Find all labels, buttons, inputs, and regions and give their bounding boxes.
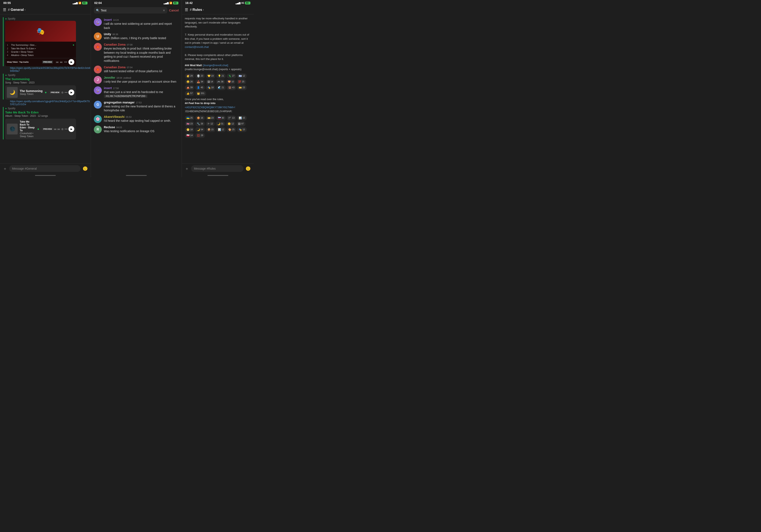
reaction-18[interactable]: 🎫23 — [237, 85, 247, 90]
prev-btn-1[interactable]: ⏮ — [56, 60, 59, 64]
link-1[interactable]: https://open.spotify.com/track/0S38Oso3l… — [10, 67, 91, 73]
reaction-r2-4[interactable]: 🇷🇺30 — [216, 116, 226, 121]
reaction-r2-18[interactable]: 🎭15 — [237, 127, 247, 132]
play-btn-1[interactable]: ▶ — [69, 59, 74, 65]
reaction-r2-5[interactable]: 🏴13 — [227, 116, 236, 121]
emoji-btn-right[interactable]: 🙂 — [246, 166, 251, 171]
rules-content[interactable]: requests may be more effectively handled… — [182, 14, 254, 163]
emoji-btn-left[interactable]: 🙂 — [83, 166, 88, 171]
reaction-r2-17[interactable]: 🎨25 — [227, 127, 236, 132]
preview-badge-3[interactable]: PREVIEW — [42, 128, 53, 131]
spotify-icon-1: ● — [5, 17, 7, 20]
add-btn-3[interactable]: ⊕ — [61, 127, 64, 131]
reaction-16[interactable]: 🌊21 — [216, 85, 226, 90]
message-input-bar-right: ＋ Message #Rules 🙂 — [182, 163, 254, 174]
reaction-r2-11[interactable]: 😊12 — [226, 121, 236, 126]
prev-btn-3[interactable]: ⏮ — [54, 127, 57, 131]
home-indicator-center — [91, 174, 182, 177]
panel-right: 16:42 ▂▄▆ 4G 80+ ☰ # Rules › requests ma… — [182, 0, 254, 177]
avatar-unity: U — [94, 32, 102, 40]
summoning-card[interactable]: 🌙 The Summoning Sleep Token ● PREVIEW ⊕ … — [5, 85, 76, 99]
add-icon-right[interactable]: ＋ — [185, 166, 189, 171]
reaction-r2-15[interactable]: 📦15 — [206, 127, 215, 132]
text-czoma-1: theyre technically in prod but i think s… — [104, 47, 179, 63]
channel-header-right: ☰ # Rules › — [182, 5, 254, 14]
channel-name-left[interactable]: # General › — [8, 8, 26, 12]
preview-badge-1[interactable]: PREVIEW — [42, 61, 53, 64]
reaction-r2-8[interactable]: 🔧26 — [195, 121, 205, 126]
reaction-r2-2[interactable]: 🍪16 — [195, 116, 205, 121]
reaction-15[interactable]: 🎭18 — [206, 85, 215, 90]
reaction-r2-7[interactable]: 🇬🇧23 — [185, 121, 194, 126]
reaction-r2-20[interactable]: 💢28 — [195, 133, 205, 138]
reaction-r2-10[interactable]: 🌙31 — [215, 121, 225, 126]
messages-area-center[interactable]: 🔮 insert 14:24 i will do some test solde… — [91, 15, 182, 174]
reaction-20[interactable]: 👑201 — [195, 91, 206, 96]
text-akane: I'd heard the native app testing had cap… — [104, 119, 179, 123]
reaction-19[interactable]: 👍57 — [185, 91, 194, 96]
text-jennifer: i only test the user popout on insert's … — [104, 80, 179, 84]
sleep-token-footer-title: Sleep Token · Top tracks — [7, 61, 29, 63]
more-btn-2[interactable]: ••• — [65, 91, 68, 94]
eden-card[interactable]: 🌑 Take Me Back To Eden · Sleep To Chokeh… — [5, 119, 76, 140]
more-btn-3[interactable]: ••• — [65, 127, 68, 131]
hamburger-icon-left[interactable]: ☰ — [3, 8, 6, 12]
spotify-label-1: ● Spotify — [5, 17, 88, 20]
reaction-14[interactable]: 👤45 — [195, 85, 205, 90]
reaction-r2-13[interactable]: 😁18 — [185, 127, 194, 132]
link-2[interactable]: https://open.spotify.com/album/1gjugH97d… — [10, 100, 91, 106]
reaction-8[interactable]: 📥34 — [195, 79, 205, 84]
chevron-icon-left: › — [25, 8, 26, 11]
reaction-4[interactable]: 💡21 — [216, 74, 226, 79]
next-btn-1[interactable]: ⏭ — [60, 60, 63, 64]
channel-label-left: General — [11, 8, 24, 12]
search-input-wrap[interactable]: 🔍 ✕ — [94, 7, 167, 14]
reaction-9[interactable]: 🖼14 — [206, 79, 215, 84]
reaction-r2-14[interactable]: 🌙54 — [195, 127, 205, 132]
reaction-r2-16[interactable]: 📊12 — [216, 127, 226, 132]
msg-content-jennifer: Jennifer 18:04 (edited) i only test the … — [104, 76, 179, 84]
signal-icon-right: ▂▄▆ — [236, 2, 241, 4]
reaction-11[interactable]: 🌄10 — [226, 79, 236, 84]
reaction-r2-12[interactable]: 🖼97 — [236, 121, 245, 126]
search-input[interactable] — [101, 9, 161, 12]
reaction-1[interactable]: 🥳29 — [185, 74, 194, 79]
rules-text-2: Once you've read over the rules, ## Feel… — [185, 97, 251, 113]
preview-badge-2[interactable]: PREVIEW — [50, 91, 61, 94]
reaction-2[interactable]: 💀23 — [195, 74, 205, 79]
spotify-text-1: Spotify — [8, 17, 15, 20]
reaction-r2-19[interactable]: 🇵🇱14 — [185, 133, 194, 138]
channel-name-right[interactable]: # Rules › — [190, 8, 204, 12]
reaction-r2-1[interactable]: 🇺🇦25 — [185, 116, 194, 121]
messages-area-left[interactable]: ● Spotify 🎭 1 The Summoning • Slee... ● … — [0, 14, 91, 163]
more-btn-1[interactable]: ••• — [64, 60, 67, 64]
reaction-5[interactable]: 🦎27 — [227, 74, 236, 79]
add-btn-2[interactable]: ⊕ — [61, 91, 64, 94]
reaction-3[interactable]: 💛19 — [206, 74, 215, 79]
time-recluse: 04:03 — [116, 126, 122, 129]
reaction-10[interactable]: 🎮36 — [215, 79, 225, 84]
add-icon-left[interactable]: ＋ — [3, 166, 7, 171]
reaction-13[interactable]: 🎪39 — [185, 85, 194, 90]
home-indicator-left — [0, 174, 91, 177]
reaction-r2-3[interactable]: 🎫23 — [206, 116, 215, 121]
reaction-12[interactable]: 💯25 — [236, 79, 246, 84]
status-bar-left: 00:55 ▂▄▆ 📶 80+ — [0, 0, 91, 5]
edited-jennifer: (edited) — [123, 77, 131, 79]
message-input-left[interactable]: Message #General — [9, 165, 81, 172]
clear-icon[interactable]: ✕ — [163, 9, 165, 12]
reaction-r2-9[interactable]: 🏳12 — [206, 121, 215, 126]
reaction-r2-6[interactable]: 📊15 — [237, 116, 247, 121]
time-unity: 08:38 — [112, 33, 118, 35]
play-btn-3[interactable]: ▶ — [69, 126, 74, 132]
artist-card-sleep-token[interactable]: 🎭 1 The Summoning • Slee... ● 2 Take Me … — [5, 21, 76, 66]
cancel-button[interactable]: Cancel — [169, 9, 179, 12]
next-btn-3[interactable]: ⏭ — [57, 127, 60, 131]
play-btn-2[interactable]: ▶ — [69, 89, 74, 95]
reaction-6[interactable]: 🇮🇱12 — [237, 74, 247, 79]
message-input-right[interactable]: Message #Rules — [191, 165, 244, 172]
msg-content-akane: AkaneVibeashi 05:53 I'd heard the native… — [104, 115, 179, 123]
reaction-7[interactable]: 😄26 — [185, 79, 194, 84]
hamburger-icon-right[interactable]: ☰ — [185, 8, 188, 12]
reaction-17[interactable]: 🐻43 — [227, 85, 236, 90]
